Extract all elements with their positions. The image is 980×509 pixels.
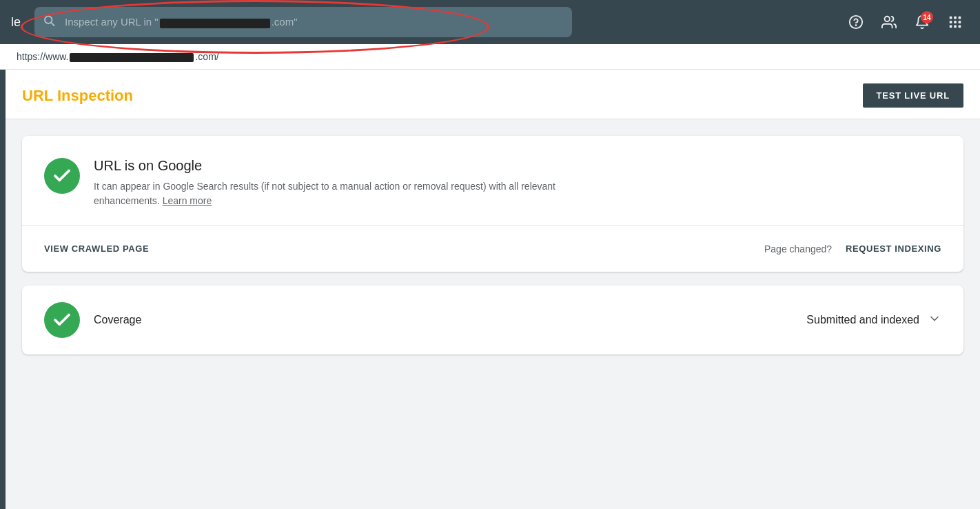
url-text: https://www..com/ <box>17 51 219 62</box>
svg-line-1 <box>51 23 54 26</box>
test-live-url-button[interactable]: TEST LIVE URL <box>863 83 963 108</box>
url-inspect-input[interactable]: Inspect any URL in ".com" <box>34 7 572 37</box>
status-text-block: URL is on Google It can appear in Google… <box>94 158 617 208</box>
main-content: URL is on Google It can appear in Google… <box>6 119 980 464</box>
coverage-success-icon <box>44 302 80 338</box>
coverage-status-text: Submitted and indexed <box>806 314 919 326</box>
right-actions: Page changed? REQUEST INDEXING <box>764 238 941 259</box>
redacted-domain-1 <box>160 19 270 28</box>
redacted-domain-2 <box>70 53 194 62</box>
main-layout: URL Inspection TEST LIVE URL URL is on G… <box>0 70 980 509</box>
svg-rect-5 <box>950 17 952 19</box>
account-button[interactable] <box>875 8 903 36</box>
page-title: URL Inspection <box>22 87 133 105</box>
coverage-card: Coverage Submitted and indexed <box>22 286 963 355</box>
search-bar-wrapper: Inspect any URL in ".com" <box>34 7 572 37</box>
grid-menu-button[interactable] <box>941 8 969 36</box>
learn-more-link[interactable]: Learn more <box>163 195 212 206</box>
action-bar: VIEW CRAWLED PAGE Page changed? REQUEST … <box>22 226 963 272</box>
coverage-status: Submitted and indexed <box>806 312 941 329</box>
svg-rect-13 <box>959 26 961 28</box>
page-changed-label: Page changed? <box>764 243 832 254</box>
svg-rect-6 <box>954 17 957 19</box>
page-title-bar: URL Inspection TEST LIVE URL <box>6 70 980 119</box>
svg-point-4 <box>885 17 890 21</box>
status-card: URL is on Google It can appear in Google… <box>22 136 963 272</box>
url-breadcrumb-bar: https://www..com/ <box>0 44 980 70</box>
top-bar-actions: 14 <box>842 8 969 36</box>
svg-rect-7 <box>959 17 961 19</box>
help-button[interactable] <box>842 8 870 36</box>
search-placeholder: Inspect any URL in ".com" <box>65 16 298 28</box>
request-indexing-button[interactable]: REQUEST INDEXING <box>846 238 941 259</box>
svg-rect-9 <box>954 21 957 23</box>
status-description: It can appear in Google Search results (… <box>94 179 617 208</box>
status-title: URL is on Google <box>94 158 617 174</box>
notification-button[interactable]: 14 <box>908 8 936 36</box>
app-name: le <box>11 15 21 30</box>
status-section: URL is on Google It can appear in Google… <box>22 136 963 226</box>
notification-count: 14 <box>921 11 933 23</box>
coverage-section: Coverage Submitted and indexed <box>22 286 963 355</box>
sidebar-edge <box>0 70 6 509</box>
svg-rect-10 <box>959 21 961 23</box>
expand-chevron-icon[interactable] <box>928 312 941 329</box>
svg-rect-12 <box>954 26 957 28</box>
top-bar: le Inspect any URL in ".com" <box>0 0 980 44</box>
svg-rect-8 <box>950 21 952 23</box>
content-area: URL Inspection TEST LIVE URL URL is on G… <box>6 70 980 509</box>
svg-rect-11 <box>950 26 952 28</box>
success-icon <box>44 158 80 194</box>
view-crawled-page-button[interactable]: VIEW CRAWLED PAGE <box>44 238 149 259</box>
search-icon <box>43 14 55 30</box>
coverage-label: Coverage <box>94 314 141 326</box>
